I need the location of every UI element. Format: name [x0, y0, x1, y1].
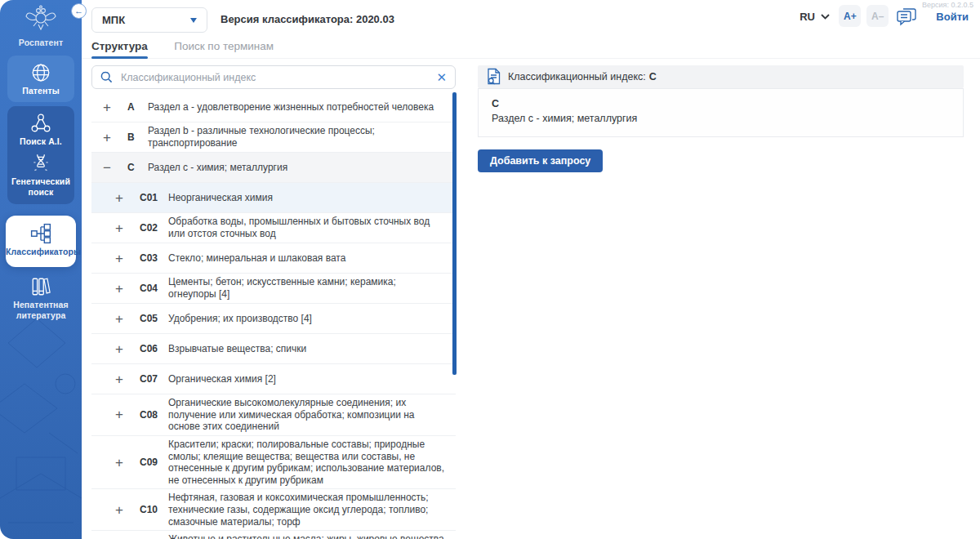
document-search-icon — [486, 68, 501, 86]
plus-icon[interactable]: + — [103, 100, 118, 114]
tree-row-label: Стекло; минеральная и шлаковая вата — [168, 252, 446, 265]
chevron-down-icon — [821, 14, 830, 20]
tree-row-label: Раздел a - удовлетворение жизненных потр… — [148, 101, 446, 114]
add-to-query-button[interactable]: Добавить к запросу — [478, 149, 603, 172]
tree-row-code: C08 — [140, 409, 159, 421]
topbar: МПК Версия классификатора: 2020.03 Верси… — [82, 0, 980, 38]
tree-row-label: Животные и растительные масла; жиры, жир… — [168, 533, 446, 539]
plus-icon[interactable]: + — [115, 191, 130, 205]
plus-icon[interactable]: + — [103, 131, 118, 145]
tree-row[interactable]: +BРаздел b - различные технологические п… — [91, 122, 456, 153]
minus-icon[interactable]: − — [103, 161, 118, 175]
dna-icon — [30, 153, 51, 174]
sidebar-item-label: Поиск A.I. — [7, 136, 74, 147]
plus-icon[interactable]: + — [115, 408, 130, 421]
clear-x-icon[interactable]: ✕ — [436, 71, 447, 83]
login-link[interactable]: Войти — [936, 11, 969, 23]
tree-row[interactable]: +AРаздел a - удовлетворение жизненных по… — [91, 92, 456, 122]
tree-row[interactable]: +C10Нефтяная, газовая и коксохимическая … — [91, 489, 456, 531]
sidebar-item-ai-search[interactable]: Поиск A.I. — [7, 113, 74, 147]
tab-term-search[interactable]: Поиск по терминам — [174, 40, 274, 58]
tree-row-label: Органическая химия [2] — [168, 373, 446, 385]
detail-code: C — [492, 96, 950, 111]
rospatent-eagle-icon — [23, 4, 59, 35]
sidebar-item-patents[interactable]: Патенты — [7, 56, 74, 102]
plus-icon[interactable]: + — [115, 456, 130, 470]
tree-row-code: C07 — [140, 373, 159, 385]
tree-row-code: A — [127, 101, 139, 113]
font-increase-button[interactable]: A+ — [839, 5, 861, 27]
sidebar-item-label: Непатентная литература — [0, 300, 82, 321]
tree-row-label: Взрывчатые вещества; спички — [168, 343, 446, 355]
plus-icon[interactable]: + — [115, 282, 130, 296]
search-input[interactable] — [119, 71, 436, 84]
tree-row-code: C03 — [140, 252, 159, 264]
tree-row-label: Обработка воды, промышленных и бытовых с… — [168, 216, 446, 239]
tree-row[interactable]: +C03Стекло; минеральная и шлаковая вата — [91, 243, 456, 274]
search-box: ✕ — [91, 65, 456, 89]
tree-row-label: Неорганическая химия — [168, 192, 446, 204]
tree-row-code: C04 — [140, 283, 159, 294]
tree-row-code: C02 — [140, 222, 159, 234]
tree-row-code: C10 — [140, 504, 159, 515]
sidebar-item-label: Классификаторы — [6, 247, 76, 257]
tree-row-code: C01 — [140, 192, 159, 203]
classifier-tree-pane: ✕ +AРаздел a - удовлетворение жизненных … — [91, 65, 456, 539]
sidebar-item-label: Патенты — [7, 86, 74, 96]
tree-row[interactable]: +C07Органическая химия [2] — [91, 364, 456, 394]
tree-row[interactable]: +C05Удобрения; их производство [4] — [91, 304, 456, 334]
sidebar-group-search: Поиск A.I. Генетический поиск — [7, 106, 74, 204]
tree-row-code: C09 — [140, 457, 159, 468]
language-value: RU — [800, 11, 815, 23]
tree-row-label: Цементы; бетон; искусственные камни; кер… — [168, 276, 446, 300]
plus-icon[interactable]: + — [115, 372, 130, 386]
tree-scrollbar[interactable] — [452, 92, 457, 375]
plus-icon[interactable]: + — [115, 342, 130, 356]
app-window: Роспатент Патенты Поиск A.I. — [0, 0, 980, 539]
tree-row[interactable]: +C09Красители; краски; полировальные сос… — [91, 436, 456, 490]
font-decrease-button[interactable]: A– — [866, 5, 889, 27]
feedback-button[interactable] — [894, 3, 919, 28]
globe-icon — [30, 62, 51, 83]
plus-icon[interactable]: + — [115, 252, 130, 265]
sidebar: Роспатент Патенты Поиск A.I. — [0, 0, 82, 539]
detail-card: C Раздел с - химия; металлургия — [478, 88, 964, 137]
plus-icon[interactable]: + — [115, 503, 130, 517]
tree-row-label: Удобрения; их производство [4] — [168, 313, 446, 325]
plus-icon[interactable]: + — [115, 221, 130, 235]
tab-structure[interactable]: Структура — [91, 40, 148, 58]
sidebar-item-nonpatent-literature[interactable]: Непатентная литература — [0, 276, 82, 321]
detail-header: Классификационный индекс: C — [478, 65, 964, 88]
classifier-select-value: МПК — [102, 14, 125, 26]
tree-row-code: C06 — [140, 343, 159, 354]
feedback-chat-icon — [896, 6, 917, 26]
sidebar-item-genetic-search[interactable]: Генетический поиск — [7, 153, 74, 198]
network-icon — [30, 113, 51, 134]
detail-header-label: Классификационный индекс: — [508, 71, 646, 82]
tree-row[interactable]: +C11Животные и растительные масла; жиры,… — [91, 531, 456, 539]
tree-row[interactable]: −CРаздел c - химия; металлургия — [91, 153, 456, 183]
sidebar-item-classifiers[interactable]: Классификаторы — [6, 216, 76, 267]
blueprint-pattern — [0, 294, 82, 539]
tree-row[interactable]: +C06Взрывчатые вещества; спички — [91, 334, 456, 364]
hierarchy-icon — [30, 223, 51, 244]
dropdown-caret-icon — [190, 18, 197, 23]
books-icon — [30, 276, 51, 297]
classifier-select[interactable]: МПК — [91, 7, 207, 33]
tree-row[interactable]: +C01Неорганическая химия — [91, 183, 456, 213]
plus-icon[interactable]: + — [115, 312, 130, 326]
sidebar-item-label: Генетический поиск — [7, 176, 74, 198]
sidebar-collapse-button[interactable]: ← — [71, 3, 87, 19]
tree-row-code: B — [127, 131, 139, 143]
tree-row-label: Органические высокомолекулярные соединен… — [168, 397, 446, 433]
search-icon — [100, 71, 113, 83]
tree-row[interactable]: +C02Обработка воды, промышленных и бытов… — [91, 213, 456, 243]
app-version-label: Версия: 0.2.0.5 — [922, 1, 973, 9]
tree-row[interactable]: +C08Органические высокомолекулярные соед… — [91, 394, 456, 436]
detail-description: Раздел с - химия; металлургия — [492, 111, 950, 126]
language-select[interactable]: RU — [800, 11, 830, 23]
tree-row[interactable]: +C04Цементы; бетон; искусственные камни;… — [91, 274, 456, 304]
logo-label: Роспатент — [0, 38, 82, 48]
tree-row-code: C — [127, 162, 139, 173]
detail-pane: Классификационный индекс: C C Раздел с -… — [478, 65, 964, 172]
